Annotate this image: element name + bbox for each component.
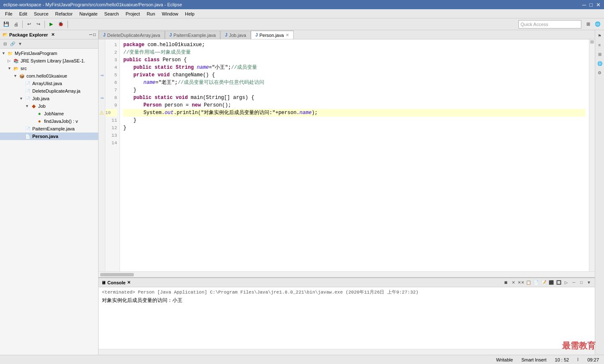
sidebar-tab-close[interactable]: ✕	[51, 32, 55, 37]
tree-item-11[interactable]: 📄Person.java	[0, 133, 98, 140]
toolbar-btn-4[interactable]: ↪	[34, 20, 42, 29]
menu-item-file[interactable]: File	[2, 10, 16, 17]
tree-item-10[interactable]: 📄PaiternExample.java	[0, 125, 98, 133]
toolbar-perspective[interactable]: ⊞	[584, 20, 592, 29]
tree-item-9[interactable]: ●findJavaJob() : v	[0, 117, 98, 125]
console-btn-8[interactable]: 🔲	[555, 279, 562, 286]
code-line-13	[123, 132, 586, 139]
tree-arrow-0[interactable]: ▼	[2, 51, 7, 55]
toolbar-btn-3[interactable]: ↩	[25, 20, 33, 29]
minimize-button[interactable]: ─	[582, 2, 586, 8]
menu-item-source[interactable]: Source	[31, 10, 52, 17]
toolbar-btn-1[interactable]: 💾	[2, 20, 11, 29]
console-btn-4[interactable]: 📋	[525, 279, 532, 286]
sidebar-header-title: 📂 Package Explorer ✕	[3, 32, 55, 37]
code-content[interactable]: package com.hello01kuaixue; //变量作用域——对象成…	[120, 39, 589, 271]
menu-item-project[interactable]: Project	[122, 10, 143, 17]
menu-item-navigate[interactable]: Navigate	[76, 10, 101, 17]
editor-tab-PaiternExample-java[interactable]: JPaiternExample.java	[165, 31, 220, 39]
menu-item-search[interactable]: Search	[101, 10, 122, 17]
right-icon-2[interactable]: ≡	[596, 41, 604, 49]
menu-item-run[interactable]: Run	[143, 10, 159, 17]
console-btn-2[interactable]: ✕	[510, 279, 517, 286]
right-icon-4[interactable]: 🌐	[596, 60, 604, 67]
gutter-10: ⚠	[99, 109, 105, 117]
tab-close-icon[interactable]: ✕	[286, 33, 289, 37]
tree-arrow-1[interactable]: ▷	[8, 59, 13, 63]
console-menu[interactable]: ▼	[586, 279, 592, 286]
console-maximize[interactable]: □	[578, 279, 585, 286]
code-line-1: package com.hello01kuaixue;	[123, 41, 586, 49]
code-editor[interactable]: ⇒ ⇒ ⚠ 1 2 3 4 5	[99, 39, 595, 271]
editor-tab-Person-java[interactable]: JPerson.java✕	[251, 31, 294, 39]
console-btn-9[interactable]: ▷	[563, 279, 570, 286]
gutter-11	[99, 117, 105, 124]
editor-tab-DeleteDuplicateArray-java[interactable]: JDeleteDuplicateArray.java	[99, 31, 165, 39]
tree-arrow-7[interactable]: ▼	[25, 104, 30, 108]
line-num-5: 5	[114, 71, 117, 79]
tree-item-8[interactable]: ●JobName	[0, 110, 98, 117]
tree-icon-6: 📄	[24, 95, 31, 102]
statusbar: Writable Smart Insert 10 : 52 ⁞ 09:27	[0, 355, 604, 364]
tree-label-9: findJavaJob() : v	[44, 119, 78, 124]
sidebar-toolbar: ⊟ 🔗 ▼	[0, 39, 98, 49]
toolbar-btn-2[interactable]: 🖨	[12, 20, 20, 29]
line-num-13: 13	[112, 132, 117, 139]
editor-scrollbar[interactable]	[589, 39, 595, 271]
console-btn-6[interactable]: 📝	[540, 279, 547, 286]
tree-item-6[interactable]: ▼📄Job.java	[0, 95, 98, 102]
gutter-1	[99, 41, 105, 49]
bottom-scrollbar[interactable]	[99, 271, 595, 277]
menu-item-refactor[interactable]: Refactor	[52, 10, 76, 17]
sidebar-maximize-icon[interactable]: □	[93, 32, 96, 37]
console-btn-5[interactable]: 📄	[533, 279, 539, 286]
tree-item-7[interactable]: ▼◆Job	[0, 102, 98, 110]
sidebar: 📂 Package Explorer ✕ ─ □ ⊟ 🔗 ▼ ▼📁MyFirst…	[0, 30, 99, 355]
tree-item-1[interactable]: ▷📚JRE System Library [JavaSE-1.	[0, 57, 98, 65]
toolbar-open-perspective[interactable]: 🌐	[593, 20, 602, 29]
tree-arrow-2[interactable]: ▼	[8, 66, 13, 70]
line-num-2: 2	[114, 49, 117, 56]
console-header: 🖥 Console ✕ ⏹ ✕ ✕✕ 📋 📄 📝 ⬛ 🔲 ▷ ─ □ ▼	[99, 278, 595, 287]
console-btn-3[interactable]: ✕✕	[518, 279, 524, 286]
console-tab-close[interactable]: ✕	[127, 280, 130, 285]
menu-item-edit[interactable]: Edit	[16, 10, 31, 17]
sidebar-collapse-all[interactable]: ⊟	[2, 41, 8, 47]
right-icon-1[interactable]: ⚑	[596, 32, 604, 39]
editor-tab-Job-java[interactable]: JJob.java	[220, 31, 251, 39]
sidebar-link-editor[interactable]: 🔗	[9, 41, 16, 47]
console-minimize[interactable]: ─	[570, 279, 577, 286]
line-num-10: 10	[105, 109, 117, 117]
menu-item-window[interactable]: Window	[159, 10, 182, 17]
close-button[interactable]: ✕	[596, 2, 601, 8]
toolbar-run[interactable]: ▶	[47, 20, 55, 29]
maximize-button[interactable]: □	[589, 2, 593, 8]
tree-arrow-3[interactable]: ▼	[13, 74, 18, 78]
console-btn-7[interactable]: ⬛	[548, 279, 555, 286]
line-num-4: 4	[114, 64, 117, 71]
gutter-7	[99, 86, 105, 94]
tree-label-0: MyFirstJavaProgram	[15, 51, 57, 56]
code-line-5: private void changeName() {	[123, 71, 586, 79]
tree-item-2[interactable]: ▼📂src	[0, 65, 98, 72]
toolbar-sep-3	[68, 21, 68, 28]
tree-arrow-6[interactable]: ▼	[19, 96, 24, 101]
tree-item-0[interactable]: ▼📁MyFirstJavaProgram	[0, 49, 98, 57]
tab-icon: J	[225, 33, 227, 37]
tree-item-4[interactable]: 📄ArrayUlist.java	[0, 80, 98, 87]
quick-access-input[interactable]: Quick Access	[518, 20, 581, 29]
menu-item-help[interactable]: Help	[182, 10, 198, 17]
sidebar-minimize-icon[interactable]: ─	[89, 32, 92, 37]
console-scrollbar[interactable]	[99, 349, 595, 355]
right-icon-5[interactable]: ⚙	[596, 69, 604, 76]
right-icon-3[interactable]: ⊞	[596, 50, 604, 58]
sidebar-menu[interactable]: ▼	[17, 41, 23, 47]
tree-icon-9: ●	[36, 118, 43, 125]
toolbar-debug[interactable]: 🐞	[56, 20, 65, 29]
gutter-9	[99, 101, 105, 109]
tree-item-5[interactable]: 📄DeleteDuplicateArray.ja	[0, 87, 98, 95]
right-panel: JDeleteDuplicateArray.javaJPaiternExampl…	[99, 30, 595, 355]
tree-item-3[interactable]: ▼📦com.hello01kuaixue	[0, 72, 98, 80]
console-btn-1[interactable]: ⏹	[502, 279, 509, 286]
statusbar-options[interactable]: ⁞	[577, 357, 579, 362]
